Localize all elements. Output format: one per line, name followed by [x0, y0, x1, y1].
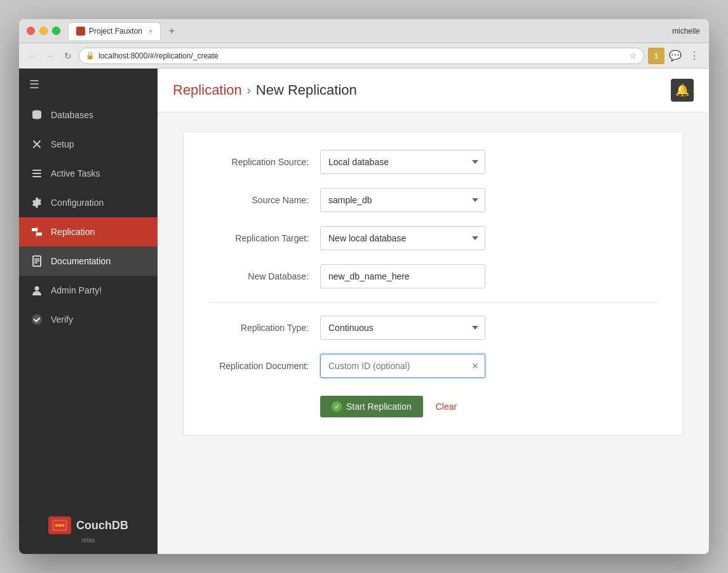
maximize-window-button[interactable] [52, 27, 60, 35]
svg-rect-5 [37, 233, 42, 236]
replication-doc-control: ✕ [320, 354, 485, 378]
replication-doc-clear-button[interactable]: ✕ [471, 361, 479, 370]
configuration-icon [30, 196, 43, 209]
replication-source-row: Replication Source: Local database Remot… [209, 150, 657, 174]
title-bar: Project Fauxton × + michelle [19, 19, 709, 43]
new-tab-button[interactable]: + [163, 23, 180, 39]
breadcrumb-replication-link[interactable]: Replication [173, 82, 242, 98]
svg-rect-8 [34, 259, 39, 260]
breadcrumb-separator: › [247, 84, 251, 97]
refresh-button[interactable]: ↻ [61, 49, 75, 63]
svg-point-16 [58, 524, 62, 527]
form-actions: ✓ Start Replication Clear [209, 396, 657, 417]
form-area: Replication Source: Local database Remot… [158, 112, 709, 455]
extension-button[interactable]: 1 [648, 48, 664, 64]
source-name-control: sample_db [320, 188, 485, 212]
notifications-button[interactable]: 🔔 [671, 79, 694, 102]
sidebar-item-setup[interactable]: Setup [19, 130, 158, 159]
clear-button[interactable]: Clear [433, 396, 459, 417]
svg-point-17 [62, 524, 65, 527]
svg-point-11 [35, 286, 39, 291]
sidebar-item-verify-label: Verify [51, 314, 73, 325]
tab-title: Project Fauxton [89, 27, 142, 36]
sidebar-item-databases[interactable]: Databases [19, 100, 158, 130]
sidebar-header: ☰ [19, 69, 158, 100]
source-name-label: Source Name: [209, 195, 320, 205]
replication-type-row: Replication Type: Continuous One time [209, 316, 657, 340]
replication-doc-label: Replication Document: [209, 361, 320, 371]
replication-source-label: Replication Source: [209, 157, 320, 167]
sidebar-item-admin-party-label: Admin Party! [51, 285, 102, 295]
replication-icon [30, 226, 43, 238]
replication-target-row: Replication Target: New local database E… [209, 226, 657, 250]
replication-type-select[interactable]: Continuous One time [320, 316, 485, 340]
source-name-row: Source Name: sample_db [209, 188, 657, 212]
url-bar[interactable]: 🔒 localhost:8000/#/replication/_create ☆ [79, 48, 644, 64]
svg-point-15 [55, 524, 58, 527]
close-window-button[interactable] [27, 27, 35, 35]
start-replication-button[interactable]: ✓ Start Replication [320, 396, 423, 417]
chat-icon[interactable]: 💬 [667, 48, 684, 64]
menu-button[interactable]: ⋮ [686, 48, 703, 64]
documentation-icon [30, 255, 43, 267]
new-database-row: New Database: [209, 264, 657, 288]
sidebar-item-databases-label: Databases [51, 110, 93, 120]
start-replication-label: Start Replication [346, 401, 412, 412]
hamburger-menu-button[interactable]: ☰ [29, 78, 39, 91]
tab-close-button[interactable]: × [149, 27, 152, 35]
svg-rect-3 [32, 176, 41, 177]
logo-relax: relax [81, 537, 95, 544]
form-divider [209, 302, 657, 303]
active-tasks-icon [30, 167, 43, 180]
page-title: New Replication [256, 82, 357, 98]
page-header: Replication › New Replication 🔔 [158, 69, 709, 112]
traffic-lights [27, 27, 60, 35]
sidebar-item-active-tasks[interactable]: Active Tasks [19, 159, 158, 188]
main-content: Replication › New Replication 🔔 Replicat… [158, 69, 709, 554]
sidebar-item-configuration[interactable]: Configuration [19, 188, 158, 217]
tab-favicon [76, 27, 85, 36]
svg-rect-10 [34, 262, 37, 264]
breadcrumb: Replication › New Replication [173, 82, 357, 98]
couchdb-logo: CouchDB [48, 516, 128, 534]
svg-rect-4 [32, 228, 36, 231]
app-layout: ☰ Databases [19, 69, 709, 554]
replication-target-select[interactable]: New local database Existing local databa… [320, 226, 485, 250]
replication-type-label: Replication Type: [209, 323, 320, 333]
replication-type-control: Continuous One time [320, 316, 485, 340]
replication-target-label: Replication Target: [209, 233, 320, 243]
svg-rect-1 [32, 170, 41, 171]
sidebar-item-replication[interactable]: Replication [19, 217, 158, 246]
admin-party-icon [30, 284, 43, 297]
setup-icon [30, 138, 43, 151]
logo-text: CouchDB [76, 519, 128, 532]
back-button[interactable]: ← [25, 49, 39, 63]
replication-doc-row: Replication Document: ✕ [209, 354, 657, 378]
new-database-input[interactable] [320, 264, 485, 288]
browser-tab[interactable]: Project Fauxton × [68, 22, 161, 40]
address-bar-actions: 1 💬 ⋮ [648, 48, 703, 64]
start-check-icon: ✓ [332, 401, 342, 412]
minimize-window-button[interactable] [39, 27, 48, 35]
sidebar-item-documentation[interactable]: Documentation [19, 246, 158, 276]
bell-icon: 🔔 [675, 83, 689, 97]
tab-bar: Project Fauxton × + [68, 22, 701, 40]
address-bar: ← → ↻ 🔒 localhost:8000/#/replication/_cr… [19, 43, 709, 69]
sidebar: ☰ Databases [19, 69, 158, 554]
sidebar-item-setup-label: Setup [51, 139, 74, 149]
sidebar-item-admin-party[interactable]: Admin Party! [19, 276, 158, 305]
replication-source-control: Local database Remote database [320, 150, 485, 174]
svg-rect-2 [32, 173, 41, 174]
source-name-select[interactable]: sample_db [320, 188, 485, 212]
new-database-label: New Database: [209, 271, 320, 281]
lock-icon: 🔒 [86, 51, 95, 60]
bookmark-icon[interactable]: ☆ [630, 51, 637, 60]
forward-button[interactable]: → [43, 49, 57, 63]
sidebar-item-verify[interactable]: Verify [19, 305, 158, 334]
replication-target-control: New local database Existing local databa… [320, 226, 485, 250]
url-text: localhost:8000/#/replication/_create [98, 51, 626, 60]
replication-form: Replication Source: Local database Remot… [183, 131, 684, 436]
replication-doc-input[interactable] [320, 354, 485, 378]
replication-doc-input-wrapper: ✕ [320, 354, 485, 378]
replication-source-select[interactable]: Local database Remote database [320, 150, 485, 174]
